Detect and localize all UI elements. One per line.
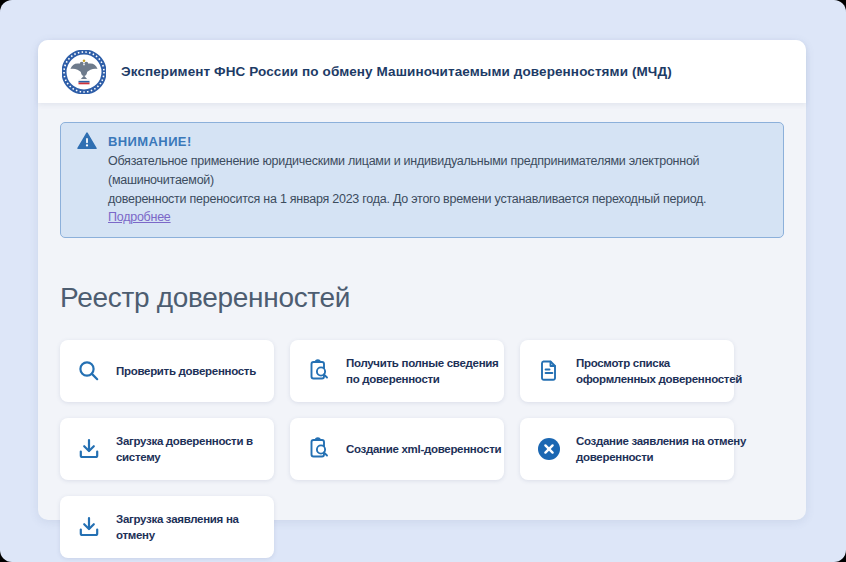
notice-text-body: Обязательное применение юридическими лиц…: [108, 154, 706, 206]
content-area: ВНИМАНИЕ! Обязательное применение юридич…: [38, 103, 806, 558]
document-search-icon: [306, 436, 332, 462]
document-search-icon: [306, 358, 332, 384]
notice-text: Обязательное применение юридическими лиц…: [108, 152, 767, 227]
action-card[interactable]: Создание заявления на отмену доверенност…: [520, 418, 734, 480]
notice-header: ВНИМАНИЕ!: [77, 131, 767, 151]
actions-grid: Проверить доверенностьПолучить полные св…: [60, 340, 784, 558]
document-icon: [536, 358, 562, 384]
action-card-label: Загрузка доверенности в систему: [116, 433, 253, 465]
warning-triangle-icon: [77, 132, 97, 150]
app-header: Эксперимент ФНС России по обмену Машиноч…: [38, 40, 806, 103]
action-card-label: Просмотр списка оформленных доверенносте…: [576, 355, 742, 387]
notice-title: ВНИМАНИЕ!: [108, 134, 192, 149]
action-card[interactable]: Проверить доверенность: [60, 340, 274, 402]
action-card[interactable]: Просмотр списка оформленных доверенносте…: [520, 340, 734, 402]
app-title: Эксперимент ФНС России по обмену Машиноч…: [121, 64, 672, 79]
action-card[interactable]: Загрузка доверенности в систему: [60, 418, 274, 480]
main-window: Эксперимент ФНС России по обмену Машиноч…: [38, 40, 806, 520]
page-title: Реестр доверенностей: [60, 282, 784, 314]
action-card[interactable]: Загрузка заявления на отмену: [60, 496, 274, 558]
fns-emblem-logo: [62, 50, 106, 94]
more-details-link[interactable]: Подробнее: [108, 210, 171, 224]
search-icon: [76, 358, 102, 384]
notice-banner: ВНИМАНИЕ! Обязательное применение юридич…: [60, 122, 784, 238]
cancel-circle-icon: [536, 436, 562, 462]
action-card[interactable]: Создание xml-доверенности: [290, 418, 504, 480]
action-card-label: Проверить доверенность: [116, 363, 256, 379]
action-card-label: Создание xml-доверенности: [346, 441, 501, 457]
download-icon: [76, 514, 102, 540]
action-card-label: Загрузка заявления на отмену: [116, 511, 239, 543]
action-card-label: Получить полные сведения по доверенности: [346, 355, 498, 387]
action-card-label: Создание заявления на отмену доверенност…: [576, 433, 746, 465]
download-icon: [76, 436, 102, 462]
russian-flag-icon: [79, 79, 90, 84]
screen: Эксперимент ФНС России по обмену Машиноч…: [0, 0, 846, 562]
action-card[interactable]: Получить полные сведения по доверенности: [290, 340, 504, 402]
